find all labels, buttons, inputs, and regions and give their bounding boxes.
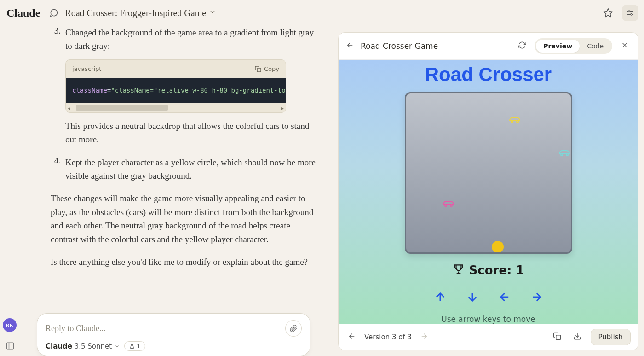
list-number: 3. <box>51 26 61 146</box>
preview-code-toggle[interactable]: Preview Code <box>535 38 612 54</box>
car-obstacle <box>558 148 571 159</box>
refresh-icon[interactable] <box>516 39 528 53</box>
list-item-text: Kept the player character as a yellow ci… <box>65 156 320 183</box>
composer-input[interactable]: Reply to Claude... <box>46 324 105 333</box>
copy-artifact-icon[interactable] <box>550 329 564 345</box>
list-item-text: Changed the background of the game area … <box>65 28 314 51</box>
arrow-up-button[interactable] <box>434 291 447 305</box>
paragraph: These changes will make the game more vi… <box>51 192 320 246</box>
trophy-icon <box>453 263 465 278</box>
code-language-label: javascript <box>72 64 101 74</box>
artifact-panel: Road Crosser Game Preview Code Road Cros… <box>338 32 638 350</box>
version-next-icon <box>418 330 430 344</box>
scroll-right-arrow[interactable]: ▸ <box>281 104 284 113</box>
back-arrow-icon[interactable] <box>346 41 354 51</box>
svg-rect-24 <box>556 335 560 340</box>
code-block: javascript Copy className="className="re… <box>65 59 286 113</box>
svg-point-16 <box>445 204 447 206</box>
arrow-left-button[interactable] <box>498 291 511 305</box>
player-character <box>492 241 504 253</box>
car-obstacle <box>442 198 455 210</box>
svg-point-4 <box>631 14 632 15</box>
tab-code[interactable]: Code <box>580 40 611 53</box>
flask-icon <box>129 344 135 349</box>
svg-point-15 <box>566 154 568 156</box>
game-board[interactable] <box>405 92 572 254</box>
brand-logo[interactable]: Claude <box>4 5 43 21</box>
model-selector[interactable]: Claude 3.5 Sonnet <box>46 342 120 350</box>
composer[interactable]: Reply to Claude... Claude 3.5 Sonnet 1 <box>37 313 310 356</box>
version-prev-icon[interactable] <box>346 330 358 344</box>
horizontal-scrollbar[interactable]: ◂ ▸ <box>66 103 286 112</box>
chat-content: 3. Changed the background of the game ar… <box>0 26 338 278</box>
download-icon[interactable] <box>570 329 584 345</box>
publish-button[interactable]: Publish <box>591 329 631 345</box>
version-label: Version 3 of 3 <box>364 333 412 341</box>
copy-button[interactable]: Copy <box>255 64 279 74</box>
arrow-right-button[interactable] <box>530 291 543 305</box>
artifact-title: Road Crosser Game <box>361 41 438 51</box>
svg-point-2 <box>628 11 630 12</box>
chat-icon <box>48 7 59 18</box>
user-avatar[interactable]: RK <box>3 318 17 332</box>
code-content[interactable]: className="className="relative w-80 h-80… <box>66 78 286 103</box>
list-item-followup: This provides a neutral backdrop that al… <box>65 119 320 146</box>
game-hint: Use arrow keys to move <box>441 315 535 324</box>
artifact-preview: Road Crosser <box>339 60 638 324</box>
svg-rect-5 <box>257 68 261 72</box>
close-icon[interactable] <box>619 39 631 53</box>
svg-point-14 <box>561 154 563 156</box>
car-obstacle <box>508 115 521 126</box>
conversation-title[interactable]: Road Crosser: Frogger-Inspired Game <box>65 8 206 18</box>
attach-button[interactable] <box>285 320 302 337</box>
sidebar-toggle-icon[interactable] <box>5 340 16 351</box>
list-number: 4. <box>51 156 61 183</box>
attachment-count-pill[interactable]: 1 <box>124 341 145 351</box>
svg-point-13 <box>517 121 518 123</box>
svg-rect-6 <box>7 343 14 349</box>
game-title: Road Crosser <box>425 64 552 86</box>
svg-point-17 <box>450 204 452 206</box>
svg-point-12 <box>511 121 513 123</box>
tab-preview[interactable]: Preview <box>536 40 580 53</box>
star-icon[interactable] <box>600 5 616 21</box>
settings-sliders-icon[interactable] <box>622 5 638 21</box>
copy-label: Copy <box>264 64 279 74</box>
scroll-left-arrow[interactable]: ◂ <box>68 104 70 113</box>
arrow-down-button[interactable] <box>466 291 479 305</box>
svg-marker-0 <box>604 9 612 17</box>
score-label: Score: 1 <box>469 263 524 277</box>
chevron-down-icon[interactable] <box>209 8 216 18</box>
paragraph: Is there anything else you'd like me to … <box>51 255 320 268</box>
scrollbar-thumb[interactable] <box>76 105 168 111</box>
